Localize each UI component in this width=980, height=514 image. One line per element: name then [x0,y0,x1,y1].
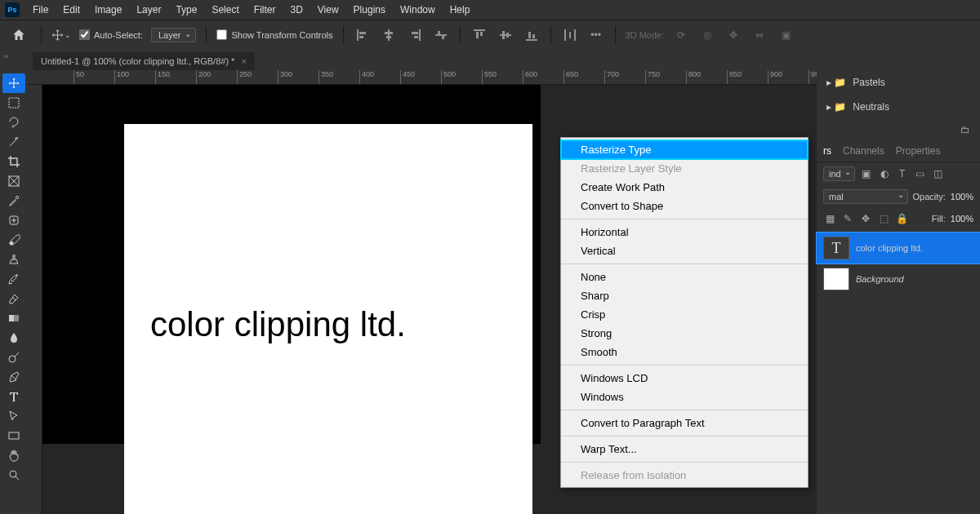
folder-icon: ▸ 📁 [826,101,846,113]
crop-tool[interactable] [2,152,25,171]
ctx-crisp[interactable]: Crisp [561,305,808,324]
align-right-icon[interactable] [406,26,424,44]
ctx-create-work-path[interactable]: Create Work Path [561,178,808,197]
blur-tool[interactable] [2,328,25,348]
menu-view[interactable]: View [311,2,345,18]
ctx-convert-paragraph[interactable]: Convert to Paragraph Text [561,414,808,432]
fill-value[interactable]: 100% [951,214,973,224]
filter-type-icon[interactable]: T [896,167,909,180]
new-folder-icon[interactable]: 🗀 [960,124,970,135]
ctx-rasterize-type[interactable]: Rasterize Type [561,140,808,159]
menu-window[interactable]: Window [394,2,442,18]
ctx-windows-lcd[interactable]: Windows LCD [561,369,808,388]
path-selection-tool[interactable] [2,406,25,426]
ctx-vertical[interactable]: Vertical [561,241,808,260]
menu-help[interactable]: Help [443,2,477,18]
layer-thumb [823,268,849,290]
ctx-horizontal[interactable]: Horizontal [561,223,808,241]
lasso-tool[interactable] [2,113,25,132]
lock-paint-icon[interactable]: ✎ [841,212,854,225]
document-tab-bar: Untitled-1 @ 100% (color clipping ltd., … [0,49,980,70]
align-bottom-icon[interactable] [523,26,541,44]
menu-plugins[interactable]: Plugins [347,2,392,18]
menu-filter[interactable]: Filter [247,2,283,18]
svg-rect-16 [502,31,505,39]
dodge-tool[interactable] [2,348,25,367]
eyedropper-tool[interactable] [2,191,25,210]
right-panel: ▸ 📁 Pastels ▸ 📁 Neutrals 🗀 rs Channels P… [817,70,980,514]
options-bar: ⌄ Auto-Select: Layer Show Transform Cont… [0,20,980,49]
ctx-windows[interactable]: Windows [561,388,808,406]
zoom-tool[interactable] [2,465,25,485]
lock-artboard-icon[interactable]: ⬚ [877,212,890,225]
move-tool[interactable] [2,73,25,93]
svg-rect-6 [419,29,421,41]
document-tab[interactable]: Untitled-1 @ 100% (color clipping ltd., … [33,51,255,70]
ctx-none[interactable]: None [561,268,808,286]
menu-type[interactable]: Type [169,2,203,18]
align-left-icon[interactable] [354,26,372,44]
brush-tool[interactable] [2,230,25,250]
swatch-group-neutrals[interactable]: ▸ 📁 Neutrals [817,95,980,119]
ctx-warp-text[interactable]: Warp Text... [561,440,808,459]
expand-toolbar-icon[interactable]: ›› [3,52,8,60]
layer-dropdown[interactable]: Layer [151,28,197,42]
filter-shape-icon[interactable]: ▭ [914,167,927,180]
pen-tool[interactable] [2,367,25,387]
opacity-value[interactable]: 100% [951,192,973,202]
menu-layer[interactable]: Layer [130,2,167,18]
svg-rect-17 [506,33,509,38]
ctx-strong[interactable]: Strong [561,324,808,343]
history-brush-tool[interactable] [2,269,25,289]
type-tool[interactable] [2,387,25,406]
gradient-tool[interactable] [2,308,25,328]
clone-stamp-tool[interactable] [2,250,25,269]
tab-properties[interactable]: Properties [896,145,941,157]
filter-adjust-icon[interactable]: ◐ [878,167,891,180]
tab-layers[interactable]: rs [823,145,831,157]
hand-tool[interactable] [2,445,25,465]
magic-wand-tool[interactable] [2,132,25,152]
align-top-icon[interactable] [470,26,488,44]
svg-point-27 [10,241,13,245]
tab-channels[interactable]: Channels [843,145,884,157]
svg-rect-19 [528,32,531,38]
close-tab-icon[interactable]: × [241,56,246,66]
lock-pixels-icon[interactable]: ▦ [823,212,836,225]
align-vcenter-icon[interactable] [497,26,514,44]
menu-bar: Ps File Edit Image Layer Type Select Fil… [0,0,980,20]
filter-smart-icon[interactable]: ◫ [932,167,945,180]
filter-image-icon[interactable]: ▣ [860,167,873,180]
blend-mode-dropdown[interactable]: mal [823,189,908,204]
show-transform-checkbox[interactable]: Show Transform Controls [216,29,332,40]
auto-select-checkbox[interactable]: Auto-Select: [79,29,143,40]
more-icon[interactable]: ••• [587,26,605,44]
marquee-tool[interactable] [2,93,25,113]
menu-file[interactable]: File [26,2,55,18]
menu-edit[interactable]: Edit [56,2,87,18]
menu-image[interactable]: Image [88,2,128,18]
menu-3d[interactable]: 3D [283,2,309,18]
layer-text[interactable]: T color clipping ltd. [817,233,980,264]
canvas-text-layer[interactable]: color clipping ltd. [150,305,406,344]
lock-all-icon[interactable]: 🔒 [895,212,908,225]
healing-brush-tool[interactable] [2,210,25,230]
3d-mode-label: 3D Mode: [626,30,665,40]
swatch-label: Pastels [853,77,884,88]
ctx-sharp[interactable]: Sharp [561,286,808,305]
menu-select[interactable]: Select [205,2,245,18]
rectangle-tool[interactable] [2,426,25,445]
swatch-group-pastels[interactable]: ▸ 📁 Pastels [817,70,980,95]
layer-kind-dropdown[interactable]: ind [823,166,855,181]
eraser-tool[interactable] [2,289,25,308]
align-horiz-icon[interactable] [432,26,450,44]
ctx-convert-to-shape[interactable]: Convert to Shape [561,197,808,215]
ctx-smooth[interactable]: Smooth [561,343,808,361]
layer-background[interactable]: Background [817,264,980,295]
distribute-icon[interactable] [561,26,579,44]
lock-position-icon[interactable]: ✥ [859,212,872,225]
home-button[interactable] [7,24,31,46]
frame-tool[interactable] [2,171,25,191]
align-hcenter-icon[interactable] [380,26,398,44]
svg-rect-5 [386,36,391,38]
